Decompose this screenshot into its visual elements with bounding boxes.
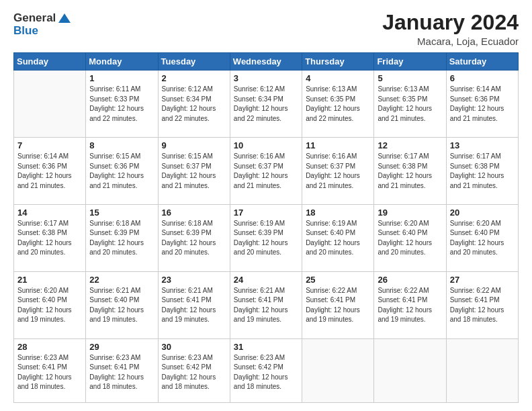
day-info: Sunrise: 6:21 AMSunset: 6:41 PMDaylight:… — [234, 286, 298, 325]
table-row: 10Sunrise: 6:16 AMSunset: 6:37 PMDayligh… — [230, 138, 302, 205]
table-row: 7Sunrise: 6:14 AMSunset: 6:36 PMDaylight… — [14, 138, 86, 205]
table-row: 9Sunrise: 6:15 AMSunset: 6:37 PMDaylight… — [158, 138, 230, 205]
day-number: 11 — [306, 140, 370, 150]
day-info: Sunrise: 6:21 AMSunset: 6:40 PMDaylight:… — [89, 286, 154, 325]
day-info: Sunrise: 6:15 AMSunset: 6:36 PMDaylight:… — [89, 152, 154, 191]
location: Macara, Loja, Ecuador — [382, 36, 519, 47]
header: General Blue January 2024 Macara, Loja, … — [13, 11, 519, 47]
table-row — [302, 338, 374, 402]
month-title: January 2024 — [382, 11, 519, 34]
day-info: Sunrise: 6:20 AMSunset: 6:40 PMDaylight:… — [378, 219, 442, 258]
title-block: January 2024 Macara, Loja, Ecuador — [382, 11, 519, 47]
logo: General Blue — [13, 11, 72, 38]
table-row: 22Sunrise: 6:21 AMSunset: 6:40 PMDayligh… — [86, 271, 158, 338]
table-row: 14Sunrise: 6:17 AMSunset: 6:38 PMDayligh… — [14, 204, 86, 271]
day-number: 6 — [450, 73, 515, 83]
col-tuesday: Tuesday — [158, 53, 230, 71]
logo-blue-text: Blue — [13, 24, 72, 38]
day-number: 25 — [306, 275, 370, 285]
day-info: Sunrise: 6:12 AMSunset: 6:34 PMDaylight:… — [234, 85, 298, 124]
col-wednesday: Wednesday — [230, 53, 302, 71]
table-row: 4Sunrise: 6:13 AMSunset: 6:35 PMDaylight… — [302, 71, 374, 138]
day-info: Sunrise: 6:14 AMSunset: 6:36 PMDaylight:… — [450, 85, 515, 124]
day-number: 30 — [162, 342, 226, 352]
table-row: 16Sunrise: 6:18 AMSunset: 6:39 PMDayligh… — [158, 204, 230, 271]
table-row: 17Sunrise: 6:19 AMSunset: 6:39 PMDayligh… — [230, 204, 302, 271]
table-row: 5Sunrise: 6:13 AMSunset: 6:35 PMDaylight… — [374, 71, 446, 138]
table-row: 24Sunrise: 6:21 AMSunset: 6:41 PMDayligh… — [230, 271, 302, 338]
table-row: 21Sunrise: 6:20 AMSunset: 6:40 PMDayligh… — [14, 271, 86, 338]
day-number: 31 — [234, 342, 298, 352]
logo-triangle-icon — [57, 11, 72, 26]
day-number: 17 — [234, 208, 298, 218]
col-sunday: Sunday — [14, 53, 86, 71]
table-row — [374, 338, 446, 402]
table-row: 12Sunrise: 6:17 AMSunset: 6:38 PMDayligh… — [374, 138, 446, 205]
day-number: 24 — [234, 275, 298, 285]
table-row: 31Sunrise: 6:23 AMSunset: 6:42 PMDayligh… — [230, 338, 302, 402]
table-row: 6Sunrise: 6:14 AMSunset: 6:36 PMDaylight… — [446, 71, 518, 138]
col-monday: Monday — [86, 53, 158, 71]
day-number: 19 — [378, 208, 442, 218]
day-number: 15 — [89, 208, 154, 218]
page: General Blue January 2024 Macara, Loja, … — [0, 0, 532, 411]
day-info: Sunrise: 6:17 AMSunset: 6:38 PMDaylight:… — [378, 152, 442, 191]
day-info: Sunrise: 6:18 AMSunset: 6:39 PMDaylight:… — [89, 219, 154, 258]
day-info: Sunrise: 6:18 AMSunset: 6:39 PMDaylight:… — [162, 219, 226, 258]
table-row — [14, 71, 86, 138]
day-number: 12 — [378, 140, 442, 150]
table-row: 11Sunrise: 6:16 AMSunset: 6:37 PMDayligh… — [302, 138, 374, 205]
day-info: Sunrise: 6:17 AMSunset: 6:38 PMDaylight:… — [17, 219, 82, 258]
day-info: Sunrise: 6:11 AMSunset: 6:33 PMDaylight:… — [89, 85, 154, 124]
logo-general-text: General — [13, 11, 56, 25]
day-number: 10 — [234, 140, 298, 150]
table-row: 2Sunrise: 6:12 AMSunset: 6:34 PMDaylight… — [158, 71, 230, 138]
calendar-week-row: 21Sunrise: 6:20 AMSunset: 6:40 PMDayligh… — [14, 271, 519, 338]
table-row: 23Sunrise: 6:21 AMSunset: 6:41 PMDayligh… — [158, 271, 230, 338]
day-info: Sunrise: 6:20 AMSunset: 6:40 PMDaylight:… — [17, 286, 82, 325]
svg-marker-0 — [58, 13, 71, 23]
day-number: 29 — [89, 342, 154, 352]
day-number: 5 — [378, 73, 442, 83]
table-row: 27Sunrise: 6:22 AMSunset: 6:41 PMDayligh… — [446, 271, 518, 338]
day-info: Sunrise: 6:23 AMSunset: 6:41 PMDaylight:… — [17, 353, 82, 392]
day-info: Sunrise: 6:22 AMSunset: 6:41 PMDaylight:… — [378, 286, 442, 325]
table-row: 25Sunrise: 6:22 AMSunset: 6:41 PMDayligh… — [302, 271, 374, 338]
table-row: 28Sunrise: 6:23 AMSunset: 6:41 PMDayligh… — [14, 338, 86, 402]
table-row: 8Sunrise: 6:15 AMSunset: 6:36 PMDaylight… — [86, 138, 158, 205]
day-number: 3 — [234, 73, 298, 83]
day-info: Sunrise: 6:20 AMSunset: 6:40 PMDaylight:… — [450, 219, 515, 258]
day-info: Sunrise: 6:15 AMSunset: 6:37 PMDaylight:… — [162, 152, 226, 191]
day-info: Sunrise: 6:22 AMSunset: 6:41 PMDaylight:… — [450, 286, 515, 325]
day-number: 21 — [17, 275, 82, 285]
calendar-week-row: 28Sunrise: 6:23 AMSunset: 6:41 PMDayligh… — [14, 338, 519, 402]
day-number: 23 — [162, 275, 226, 285]
day-number: 2 — [162, 73, 226, 83]
table-row: 18Sunrise: 6:19 AMSunset: 6:40 PMDayligh… — [302, 204, 374, 271]
day-info: Sunrise: 6:19 AMSunset: 6:40 PMDaylight:… — [306, 219, 370, 258]
day-info: Sunrise: 6:23 AMSunset: 6:42 PMDaylight:… — [162, 353, 226, 392]
day-info: Sunrise: 6:13 AMSunset: 6:35 PMDaylight:… — [378, 85, 442, 124]
day-number: 14 — [17, 208, 82, 218]
calendar-week-row: 14Sunrise: 6:17 AMSunset: 6:38 PMDayligh… — [14, 204, 519, 271]
day-info: Sunrise: 6:16 AMSunset: 6:37 PMDaylight:… — [306, 152, 370, 191]
calendar-week-row: 1Sunrise: 6:11 AMSunset: 6:33 PMDaylight… — [14, 71, 519, 138]
table-row: 3Sunrise: 6:12 AMSunset: 6:34 PMDaylight… — [230, 71, 302, 138]
table-row: 30Sunrise: 6:23 AMSunset: 6:42 PMDayligh… — [158, 338, 230, 402]
day-number: 27 — [450, 275, 515, 285]
day-info: Sunrise: 6:23 AMSunset: 6:41 PMDaylight:… — [89, 353, 154, 392]
day-info: Sunrise: 6:14 AMSunset: 6:36 PMDaylight:… — [17, 152, 82, 191]
day-number: 4 — [306, 73, 370, 83]
table-row — [446, 338, 518, 402]
col-friday: Friday — [374, 53, 446, 71]
day-number: 9 — [162, 140, 226, 150]
day-number: 16 — [162, 208, 226, 218]
calendar-header-row: Sunday Monday Tuesday Wednesday Thursday… — [14, 53, 519, 71]
table-row: 20Sunrise: 6:20 AMSunset: 6:40 PMDayligh… — [446, 204, 518, 271]
day-number: 20 — [450, 208, 515, 218]
day-info: Sunrise: 6:12 AMSunset: 6:34 PMDaylight:… — [162, 85, 226, 124]
table-row: 26Sunrise: 6:22 AMSunset: 6:41 PMDayligh… — [374, 271, 446, 338]
table-row: 15Sunrise: 6:18 AMSunset: 6:39 PMDayligh… — [86, 204, 158, 271]
day-number: 18 — [306, 208, 370, 218]
day-info: Sunrise: 6:22 AMSunset: 6:41 PMDaylight:… — [306, 286, 370, 325]
